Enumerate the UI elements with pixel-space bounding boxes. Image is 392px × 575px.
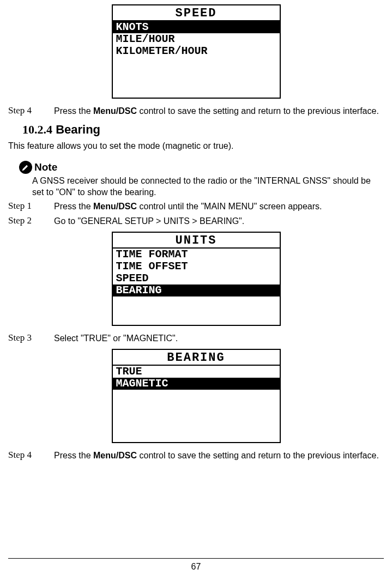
menu-item: TRUE bbox=[113, 366, 280, 378]
section-number: 10.2.4 bbox=[22, 123, 52, 136]
lcd-screen-units: UNITS TIME FORMAT TIME OFFSET SPEED BEAR… bbox=[112, 232, 281, 326]
step-label: Step 2 bbox=[8, 215, 54, 226]
step-text: Press the Menu/DSC control to save the s… bbox=[54, 105, 384, 117]
bold-text: Menu/DSC bbox=[93, 451, 137, 460]
menu-item: TIME FORMAT bbox=[113, 249, 280, 261]
menu-item: TIME OFFSET bbox=[113, 261, 280, 273]
text: control to save the setting and return t… bbox=[137, 106, 379, 116]
menu-item: MILE/HOUR bbox=[113, 33, 280, 45]
text: control until the "MAIN MENU" screen app… bbox=[137, 202, 322, 211]
step-row: Step 3 Select "TRUE" or "MAGNETIC". bbox=[8, 332, 384, 344]
bold-text: Menu/DSC bbox=[93, 106, 137, 116]
note-heading: Note bbox=[19, 161, 384, 174]
step-row: Step 4 Press the Menu/DSC control to sav… bbox=[8, 105, 384, 117]
text: control to save the setting and return t… bbox=[137, 451, 379, 460]
screen-body: TRUE MAGNETIC bbox=[113, 366, 280, 442]
section-heading: 10.2.4 Bearing bbox=[22, 123, 384, 137]
step-text: Select "TRUE" or "MAGNETIC". bbox=[54, 332, 384, 344]
text: Press the bbox=[54, 202, 93, 211]
note-label: Note bbox=[34, 161, 57, 173]
step-text: Press the Menu/DSC control to save the s… bbox=[54, 450, 384, 462]
step-label: Step 1 bbox=[8, 201, 54, 211]
step-row: Step 1 Press the Menu/DSC control until … bbox=[8, 201, 384, 213]
screen-body: KNOTS MILE/HOUR KILOMETER/HOUR bbox=[113, 21, 280, 98]
menu-item: MAGNETIC bbox=[113, 378, 280, 390]
text: Press the bbox=[54, 451, 93, 460]
footer-rule bbox=[8, 558, 384, 559]
text: Press the bbox=[54, 106, 93, 116]
step-row: Step 4 Press the Menu/DSC control to sav… bbox=[8, 450, 384, 462]
menu-item: BEARING bbox=[113, 285, 280, 296]
note-block: Note A GNSS receiver should be connected… bbox=[19, 161, 384, 198]
menu-item: SPEED bbox=[113, 273, 280, 285]
intro-text: This feature allows you to set the mode … bbox=[8, 141, 384, 151]
bold-text: Menu/DSC bbox=[93, 202, 137, 211]
screen-title: BEARING bbox=[113, 350, 280, 366]
pencil-icon bbox=[19, 161, 32, 174]
lcd-screen-bearing: BEARING TRUE MAGNETIC bbox=[112, 349, 281, 443]
step-label: Step 3 bbox=[8, 332, 54, 343]
step-text: Press the Menu/DSC control until the "MA… bbox=[54, 201, 384, 213]
lcd-screen-speed: SPEED KNOTS MILE/HOUR KILOMETER/HOUR bbox=[112, 4, 281, 99]
screen-body: TIME FORMAT TIME OFFSET SPEED BEARING bbox=[113, 249, 280, 325]
step-label: Step 4 bbox=[8, 105, 54, 116]
screen-title: UNITS bbox=[113, 233, 280, 249]
note-text: A GNSS receiver should be connected to t… bbox=[32, 175, 378, 198]
screen-title: SPEED bbox=[113, 5, 280, 21]
step-row: Step 2 Go to "GENERAL SETUP > UNITS > BE… bbox=[8, 215, 384, 227]
step-label: Step 4 bbox=[8, 450, 54, 461]
section-title: Bearing bbox=[56, 123, 100, 136]
menu-item: KILOMETER/HOUR bbox=[113, 45, 280, 57]
menu-item: KNOTS bbox=[113, 21, 280, 33]
page-number: 67 bbox=[0, 562, 392, 572]
step-text: Go to "GENERAL SETUP > UNITS > BEARING". bbox=[54, 215, 384, 227]
